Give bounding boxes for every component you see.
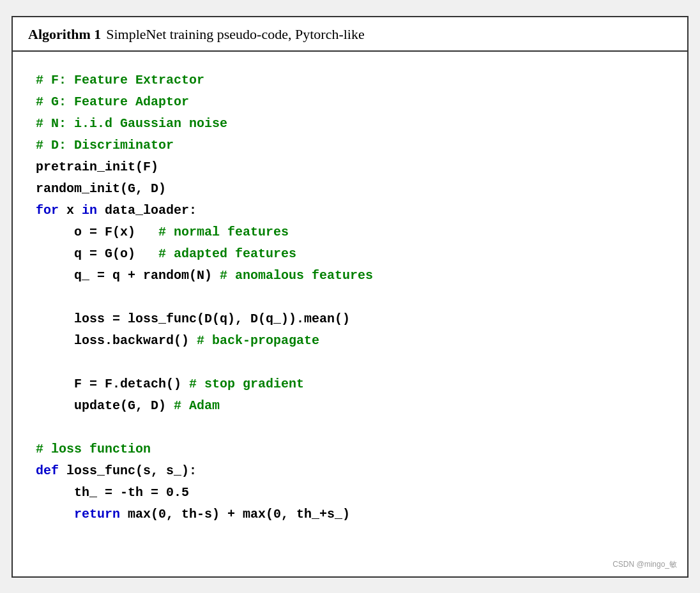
pretrain-init: pretrain_init(F) — [36, 156, 664, 178]
def-content: loss_func(s, s_): — [66, 463, 197, 478]
line-detach: F = F.detach() # stop gradient — [36, 373, 664, 395]
algorithm-body: # F: Feature Extractor # G: Feature Adap… — [13, 52, 687, 551]
comment-F: # F: Feature Extractor — [36, 70, 664, 91]
line-loss: loss = loss_func(D(q), D(q_)).mean() — [36, 308, 664, 330]
header-bold: Algorithm 1 — [28, 26, 101, 43]
data-loader: data_loader: — [105, 203, 197, 218]
line-backward: loss.backward() # back-propagate — [36, 330, 664, 352]
line-q: q = G(o) # adapted features — [36, 243, 664, 265]
comment-anomalous: # anomalous features — [220, 268, 373, 283]
def-keyword: def — [36, 463, 66, 478]
comment-D: # D: Discriminator — [36, 135, 664, 156]
random-init: random_init(G, D) — [36, 178, 664, 200]
line-q-underscore: q_ = q + random(N) # anomalous features — [36, 265, 664, 287]
comment-G: # G: Feature Adaptor — [36, 91, 664, 113]
for-keyword: for — [36, 203, 66, 218]
comment-normal: # normal features — [158, 225, 289, 239]
algorithm-box: Algorithm 1 SimpleNet training pseudo-co… — [11, 16, 689, 578]
line-o: o = F(x) # normal features — [36, 221, 664, 243]
blank-3 — [36, 417, 664, 439]
comment-loss-func: # loss function — [36, 439, 664, 460]
line-update: update(G, D) # Adam — [36, 395, 664, 417]
comment-backprop: # back-propagate — [197, 333, 319, 348]
header-normal: SimpleNet training pseudo-code, Pytorch-… — [106, 26, 364, 43]
loop-var: x — [66, 203, 82, 218]
line-th: th_ = -th = 0.5 — [36, 482, 664, 504]
line-return: return max(0, th-s) + max(0, th_+s_) — [36, 504, 664, 525]
comment-adam: # Adam — [174, 398, 220, 413]
watermark: CSDN @mingo_敏 — [612, 559, 677, 570]
blank-1 — [36, 287, 664, 308]
blank-2 — [36, 352, 664, 373]
comment-N: # N: i.i.d Gaussian noise — [36, 113, 664, 135]
algorithm-header: Algorithm 1 SimpleNet training pseudo-co… — [13, 17, 687, 52]
comment-stop: # stop gradient — [189, 377, 304, 391]
def-line: def loss_func(s, s_): — [36, 460, 664, 482]
comment-adapted: # adapted features — [158, 246, 296, 261]
in-keyword: in — [82, 203, 105, 218]
for-loop: for x in data_loader: — [36, 200, 664, 221]
